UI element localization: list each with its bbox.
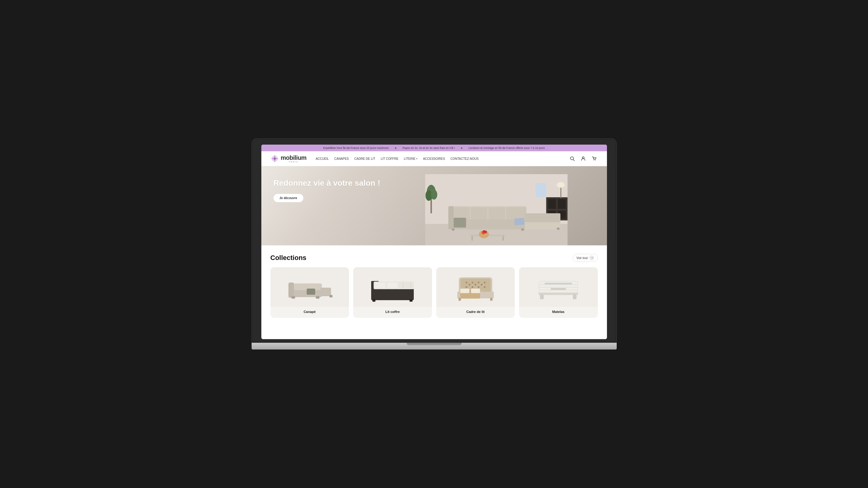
collection-image-cadre-de-lit — [436, 267, 515, 307]
voir-tout-button[interactable]: Voir tout — [572, 254, 598, 262]
svg-rect-28 — [535, 183, 546, 197]
browser-content: Expédition hors Île-de-France sous 20 jo… — [261, 145, 607, 339]
svg-point-12 — [582, 157, 584, 159]
nav-item-accessoires[interactable]: ACCESSOIRES — [423, 157, 445, 161]
announcement-item-2: Payez en 2x, 3x et en 4x sans frais en C… — [403, 146, 455, 149]
cadre-lit-svg — [451, 272, 500, 302]
announcement-bar: Expédition hors Île-de-France sous 20 jo… — [261, 145, 607, 151]
svg-point-9 — [274, 158, 276, 160]
svg-point-75 — [478, 282, 479, 283]
announcement-text-3: Livraison et montage en Île-de-France of… — [468, 146, 545, 149]
collections-grid: Canapé — [271, 267, 598, 318]
announcement-item-1: Expédition hors Île-de-France sous 20 jo… — [323, 146, 389, 149]
collection-card-canape[interactable]: Canapé — [271, 267, 349, 318]
collection-label-cadre-de-lit: Cadre de lit — [436, 307, 515, 318]
logo[interactable]: mobilium PARIS — [271, 154, 307, 163]
header-actions — [569, 155, 598, 162]
matelas-svg — [534, 272, 583, 302]
svg-point-80 — [484, 286, 486, 288]
laptop-shell: Expédition hors Île-de-France sous 20 jo… — [252, 139, 617, 349]
collection-image-matelas — [519, 267, 598, 307]
svg-rect-99 — [573, 294, 577, 299]
svg-rect-54 — [320, 288, 331, 296]
announcement-dot-1 — [395, 147, 396, 149]
collection-label-matelas: Matelas — [519, 307, 598, 318]
svg-rect-40 — [557, 228, 559, 230]
hero-content: Redonnez vie à votre salon ! Je découvre — [261, 166, 452, 214]
collections-title: Collections — [271, 254, 307, 262]
svg-rect-53 — [288, 283, 294, 298]
canape-svg — [285, 272, 334, 302]
svg-rect-95 — [545, 283, 572, 284]
svg-point-77 — [465, 286, 467, 288]
svg-rect-98 — [540, 294, 544, 299]
svg-point-81 — [468, 284, 470, 286]
svg-rect-59 — [371, 289, 414, 300]
nav-item-accueil[interactable]: ACCUEIL — [315, 157, 329, 161]
collection-card-matelas[interactable]: Matelas — [519, 267, 598, 318]
svg-point-83 — [481, 284, 483, 286]
announcement-text-1: Expédition hors Île-de-France sous 20 jo… — [323, 146, 389, 149]
account-icon[interactable] — [580, 155, 587, 162]
svg-rect-39 — [521, 228, 524, 230]
voir-tout-arrow-icon — [590, 256, 594, 260]
announcement-item-3: Livraison et montage en Île-de-France of… — [468, 146, 545, 149]
collection-label-canape: Canapé — [271, 307, 349, 318]
svg-rect-42 — [471, 236, 473, 241]
svg-rect-23 — [558, 199, 566, 209]
collections-header: Collections Voir tout — [271, 254, 598, 262]
hero-section: Redonnez vie à votre salon ! Je découvre — [261, 166, 607, 246]
collection-image-canape — [271, 267, 349, 307]
svg-rect-43 — [502, 236, 504, 241]
svg-point-79 — [478, 286, 479, 288]
svg-point-27 — [557, 182, 565, 188]
svg-point-14 — [595, 160, 596, 161]
svg-rect-67 — [375, 283, 385, 288]
svg-rect-31 — [470, 207, 487, 220]
logo-text: mobilium — [281, 154, 307, 161]
lit-coffre-svg — [368, 272, 417, 302]
nav-item-lit-coffre[interactable]: LIT COFFRE — [381, 157, 398, 161]
nav-item-contactez-nous[interactable]: CONTACTEZ-NOUS — [451, 157, 479, 161]
collection-card-cadre-de-lit[interactable]: Cadre de lit — [436, 267, 515, 318]
nav-item-cadre-de-lit[interactable]: CADRE DE LIT — [354, 157, 375, 161]
svg-rect-49 — [454, 218, 466, 227]
svg-point-78 — [472, 286, 473, 288]
svg-line-11 — [573, 160, 575, 161]
nav-item-canapes[interactable]: CANAPES — [334, 157, 349, 161]
svg-rect-69 — [372, 299, 375, 302]
svg-rect-70 — [409, 299, 412, 302]
svg-rect-96 — [538, 292, 578, 295]
svg-point-13 — [594, 160, 594, 161]
hero-title: Redonnez vie à votre salon ! — [274, 178, 439, 188]
svg-rect-32 — [488, 207, 505, 220]
svg-rect-55 — [291, 296, 295, 299]
site-header: mobilium PARIS ACCUEIL CANAPES CADRE DE … — [261, 151, 607, 166]
laptop-bezel: Expédition hors Île-de-France sous 20 jo… — [252, 139, 617, 343]
svg-rect-88 — [459, 298, 461, 301]
nav-item-literie[interactable]: LITERIE ▾ — [404, 157, 418, 161]
svg-point-47 — [483, 230, 485, 233]
hero-cta-button[interactable]: Je découvre — [274, 194, 303, 202]
announcement-text-2: Payez en 2x, 3x et en 4x sans frais en C… — [403, 146, 455, 149]
collection-card-lit-coffre[interactable]: Lit coffre — [353, 267, 432, 318]
svg-point-76 — [484, 282, 486, 283]
cart-icon[interactable] — [591, 155, 598, 162]
collection-label-lit-coffre: Lit coffre — [353, 307, 432, 318]
svg-point-74 — [472, 282, 473, 283]
svg-rect-52 — [291, 283, 322, 290]
svg-point-82 — [475, 284, 476, 286]
svg-rect-86 — [460, 289, 469, 293]
laptop-screen: Expédition hors Île-de-France sous 20 jo… — [261, 145, 607, 339]
logo-icon — [271, 154, 279, 163]
search-icon[interactable] — [569, 155, 576, 162]
main-nav: ACCUEIL CANAPES CADRE DE LIT LIT COFFRE … — [315, 157, 568, 161]
literie-dropdown-arrow: ▾ — [416, 157, 417, 160]
svg-rect-58 — [307, 289, 315, 295]
svg-rect-97 — [551, 288, 566, 290]
svg-rect-89 — [490, 298, 493, 301]
svg-rect-68 — [387, 283, 398, 288]
svg-rect-87 — [471, 289, 480, 293]
svg-rect-48 — [514, 218, 525, 225]
collections-section: Collections Voir tout — [261, 246, 607, 339]
